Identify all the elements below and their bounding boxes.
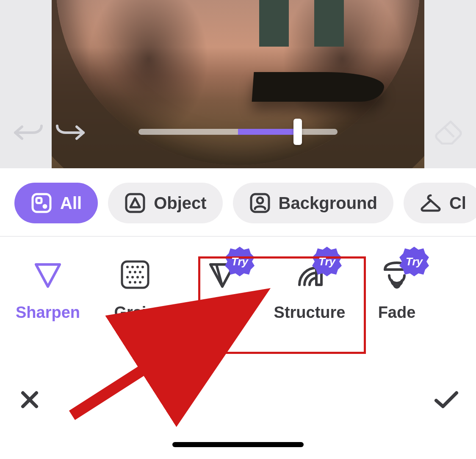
svg-point-19 bbox=[129, 281, 131, 284]
svg-point-17 bbox=[136, 276, 139, 278]
svg-point-6 bbox=[257, 198, 263, 203]
svg-point-8 bbox=[126, 266, 129, 268]
svg-rect-7 bbox=[122, 261, 148, 288]
svg-rect-4 bbox=[126, 194, 144, 212]
tool-label: Grain bbox=[114, 303, 156, 322]
all-icon bbox=[30, 192, 53, 214]
pill-all[interactable]: All bbox=[14, 183, 98, 223]
adjustment-tools-strip: st Sharpen bbox=[0, 236, 476, 398]
redo-icon bbox=[55, 122, 85, 141]
redo-button[interactable] bbox=[54, 120, 86, 144]
svg-point-15 bbox=[126, 276, 129, 278]
svg-point-14 bbox=[139, 271, 141, 273]
svg-point-21 bbox=[139, 281, 141, 284]
tool-label: Fine bbox=[206, 303, 239, 322]
svg-point-9 bbox=[131, 266, 134, 268]
grain-icon bbox=[119, 259, 151, 291]
svg-point-3 bbox=[44, 205, 46, 208]
tool-fine[interactable]: Try Fine bbox=[179, 258, 266, 322]
hanger-icon bbox=[420, 192, 442, 214]
svg-point-12 bbox=[129, 271, 131, 273]
eraser-button[interactable] bbox=[434, 119, 463, 145]
eraser-icon bbox=[434, 119, 462, 145]
tool-sharpen[interactable]: Sharpen bbox=[4, 258, 91, 322]
cancel-button[interactable] bbox=[17, 387, 42, 412]
tool-fade[interactable]: Try Fade bbox=[353, 258, 440, 322]
selection-target-row: All Object Background Cl bbox=[0, 168, 476, 236]
tool-label: Structure bbox=[274, 303, 346, 322]
painting-detail bbox=[314, 0, 344, 47]
pill-label: Background bbox=[279, 194, 377, 213]
svg-point-11 bbox=[141, 266, 144, 268]
tool-grain[interactable]: Grain bbox=[91, 258, 179, 322]
pill-label: Object bbox=[154, 194, 206, 213]
edited-image bbox=[52, 0, 424, 168]
pill-label: All bbox=[60, 194, 82, 213]
slider-thumb[interactable] bbox=[293, 119, 302, 145]
home-indicator bbox=[172, 442, 304, 447]
pill-clothes[interactable]: Cl bbox=[404, 183, 476, 223]
svg-point-10 bbox=[136, 266, 139, 268]
pill-background[interactable]: Background bbox=[233, 183, 393, 223]
undo-button[interactable] bbox=[13, 120, 44, 144]
sharpen-icon bbox=[32, 259, 64, 291]
painting-detail bbox=[252, 72, 385, 102]
confirm-bar bbox=[0, 383, 476, 459]
adjustment-slider[interactable] bbox=[138, 128, 338, 135]
svg-point-13 bbox=[134, 271, 136, 273]
tool-label: Fade bbox=[378, 303, 416, 322]
svg-point-16 bbox=[131, 276, 134, 278]
svg-point-18 bbox=[141, 276, 144, 278]
confirm-button[interactable] bbox=[434, 387, 459, 412]
painting-detail bbox=[259, 0, 289, 47]
check-icon bbox=[434, 389, 459, 410]
svg-rect-2 bbox=[36, 198, 42, 203]
pill-object[interactable]: Object bbox=[108, 183, 222, 223]
pill-label: Cl bbox=[449, 194, 466, 213]
tool-structure[interactable]: Try Structure bbox=[266, 258, 353, 322]
fine-icon bbox=[206, 259, 238, 291]
structure-icon bbox=[293, 259, 326, 291]
fade-icon bbox=[381, 259, 413, 291]
person-icon bbox=[249, 192, 271, 214]
svg-line-0 bbox=[445, 128, 454, 137]
svg-point-20 bbox=[134, 281, 136, 284]
object-icon bbox=[124, 192, 146, 214]
close-icon bbox=[19, 389, 40, 410]
tool-previous-partial[interactable]: st bbox=[0, 258, 4, 322]
image-preview-area bbox=[0, 0, 476, 168]
slider-fill bbox=[238, 129, 298, 135]
undo-icon bbox=[14, 122, 44, 141]
tool-label: Sharpen bbox=[16, 303, 80, 322]
